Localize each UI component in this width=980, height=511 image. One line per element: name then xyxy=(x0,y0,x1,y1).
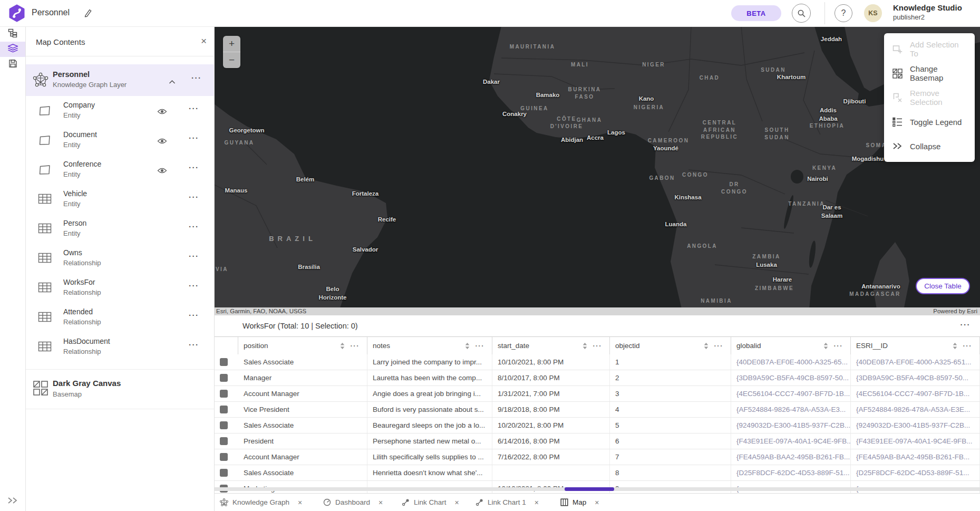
layer-options-button[interactable]: ··· xyxy=(189,104,199,112)
row-checkbox[interactable] xyxy=(220,453,228,461)
close-tab-button[interactable]: × xyxy=(379,499,383,506)
table-row[interactable]: PresidentPersephone started new metal o.… xyxy=(214,433,980,449)
table-row[interactable]: ManagerLauretta has been with the comp..… xyxy=(214,370,980,386)
table-row[interactable]: Sales AssociateHenrietta doesn't know wh… xyxy=(214,465,980,481)
layer-item-owns[interactable]: OwnsRelationship··· xyxy=(25,244,214,273)
sort-button[interactable] xyxy=(583,342,587,352)
layer-group-options-button[interactable]: ··· xyxy=(191,74,202,82)
column-options-button[interactable]: ··· xyxy=(963,342,973,349)
layer-visibility-button[interactable] xyxy=(157,137,167,147)
tab-map[interactable]: Map× xyxy=(560,494,599,511)
row-checkbox[interactable] xyxy=(220,374,228,382)
layer-options-button[interactable]: ··· xyxy=(189,163,199,171)
attribution-sources: Esri, Garmin, FAO, NOAA, USGS xyxy=(216,308,306,314)
column-options-button[interactable]: ··· xyxy=(351,342,360,349)
tab-dashboard[interactable]: Dashboard× xyxy=(323,494,383,511)
layer-item-worksfor[interactable]: WorksForRelationship··· xyxy=(25,273,214,303)
sort-button[interactable] xyxy=(465,342,470,352)
layer-item-hasdocument[interactable]: HasDocumentRelationship··· xyxy=(25,332,214,362)
tab-knowledge-graph[interactable]: Knowledge Graph× xyxy=(220,494,302,511)
close-tab-button[interactable]: × xyxy=(595,499,599,506)
table-row[interactable]: Sales AssociateLarry joined the company … xyxy=(214,354,980,370)
menu-item-toggle-legend[interactable]: Toggle Legend xyxy=(884,110,975,134)
toolbar-layers-button[interactable] xyxy=(0,42,25,57)
toolbar-save-button[interactable] xyxy=(0,57,25,72)
sort-button[interactable] xyxy=(823,342,828,352)
column-label: objectid xyxy=(615,342,640,350)
layer-group-name: Personnel xyxy=(53,70,90,79)
tab-link-chart-1[interactable]: Link Chart 1× xyxy=(476,494,539,511)
column-header-objectid[interactable]: objectid··· xyxy=(610,337,731,354)
horizontal-scrollbar[interactable] xyxy=(214,487,980,491)
layer-options-button[interactable]: ··· xyxy=(189,223,199,230)
column-options-button[interactable]: ··· xyxy=(593,342,603,349)
layer-item-company[interactable]: CompanyEntity··· xyxy=(25,96,214,126)
table-options-button[interactable]: ··· xyxy=(960,321,971,329)
collapse-group-button[interactable] xyxy=(169,77,176,86)
cell-notes: Lauretta has been with the comp... xyxy=(367,370,492,385)
layer-item-vehicle[interactable]: VehicleEntity··· xyxy=(25,185,214,214)
edit-title-button[interactable] xyxy=(83,8,93,18)
layer-visibility-button[interactable] xyxy=(157,108,167,117)
tab-label: Link Chart 1 xyxy=(488,498,526,506)
close-tab-button[interactable]: × xyxy=(535,499,539,506)
layer-item-attended[interactable]: AttendedRelationship··· xyxy=(25,303,214,332)
close-tab-button[interactable]: × xyxy=(455,499,459,506)
search-button[interactable] xyxy=(792,4,811,23)
table-row[interactable]: Account ManagerLilith specifically sells… xyxy=(214,449,980,465)
layer-item-person[interactable]: PersonEntity··· xyxy=(25,214,214,244)
row-checkbox[interactable] xyxy=(220,437,228,445)
column-options-button[interactable]: ··· xyxy=(476,342,485,349)
toolbar-hierarchy-button[interactable] xyxy=(0,26,25,42)
sort-button[interactable] xyxy=(704,342,709,352)
column-header-notes[interactable]: notes··· xyxy=(367,337,492,354)
layer-visibility-button[interactable] xyxy=(157,167,167,176)
column-options-button[interactable]: ··· xyxy=(714,342,724,349)
layer-options-button[interactable]: ··· xyxy=(189,341,199,349)
tab-link-chart[interactable]: Link Chart× xyxy=(402,494,459,511)
column-header-esri__id[interactable]: ESRI__ID··· xyxy=(851,337,980,354)
table-row[interactable]: Vice PresidentBuford is very passionate … xyxy=(214,402,980,418)
row-checkbox[interactable] xyxy=(220,421,228,429)
sort-button[interactable] xyxy=(340,342,345,352)
column-header-position[interactable]: position··· xyxy=(238,337,367,354)
column-header-globalid[interactable]: globalid··· xyxy=(731,337,851,354)
layer-name: Person xyxy=(63,219,86,227)
expand-toolbar-button[interactable] xyxy=(0,496,25,505)
avatar[interactable]: KS xyxy=(864,4,882,22)
zoom-in-button[interactable]: + xyxy=(223,36,240,52)
table-row[interactable]: Account ManagerAngie does a great job br… xyxy=(214,386,980,402)
close-tab-button[interactable]: × xyxy=(298,499,302,506)
column-header-start_date[interactable]: start_date··· xyxy=(492,337,610,354)
cell-notes: Buford is very passionate about s... xyxy=(367,402,492,417)
layer-group-personnel[interactable]: Personnel Knowledge Graph Layer ··· xyxy=(25,64,214,96)
basemap-item[interactable]: Dark Gray Canvas Basemap xyxy=(25,370,214,409)
cell-start_date: 1/31/2021, 7:00 PM xyxy=(492,386,610,401)
layer-item-conference[interactable]: ConferenceEntity··· xyxy=(25,155,214,185)
row-checkbox[interactable] xyxy=(220,358,228,366)
close-table-button[interactable]: Close Table xyxy=(916,278,970,294)
layer-type: Entity xyxy=(63,141,81,149)
layer-options-button[interactable]: ··· xyxy=(189,252,199,260)
layer-item-document[interactable]: DocumentEntity··· xyxy=(25,126,214,155)
table-row[interactable]: Sales AssociateBeauregard sleeps on the … xyxy=(214,418,980,433)
column-options-button[interactable]: ··· xyxy=(834,342,843,349)
sort-button[interactable] xyxy=(953,342,957,352)
layer-options-button[interactable]: ··· xyxy=(189,311,199,319)
scrollbar-thumb[interactable] xyxy=(565,487,614,491)
row-checkbox[interactable] xyxy=(220,390,228,398)
cell-objectid: 5 xyxy=(610,418,731,433)
row-checkbox[interactable] xyxy=(220,469,228,477)
menu-item-change-basemap[interactable]: Change Basemap xyxy=(884,61,975,85)
cell-esri__id: {4EC56104-CCC7-4907-BF7D-1B... xyxy=(851,386,980,401)
layer-options-button[interactable]: ··· xyxy=(189,193,199,201)
map-view[interactable]: MAURITANIAMALINIGERCHADSUDANBURKINA FASO… xyxy=(214,26,980,315)
help-button[interactable]: ? xyxy=(835,4,852,22)
close-panel-button[interactable]: × xyxy=(201,36,207,46)
layer-options-button[interactable]: ··· xyxy=(189,282,199,290)
row-checkbox[interactable] xyxy=(220,406,228,413)
zoom-out-button[interactable]: − xyxy=(223,52,240,68)
layer-options-button[interactable]: ··· xyxy=(189,134,199,142)
cell-esri__id: {FE4A59AB-BAA2-495B-B261-FB... xyxy=(851,449,980,465)
menu-item-collapse[interactable]: Collapse xyxy=(884,134,975,158)
